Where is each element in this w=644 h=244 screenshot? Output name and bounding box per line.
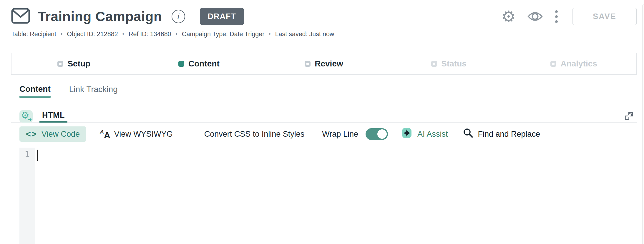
- info-icon[interactable]: i: [172, 10, 185, 23]
- arrow-glyph: ➜: [28, 116, 32, 123]
- ai-assist-label: AI Assist: [417, 130, 448, 139]
- header: Training Campaign i DRAFT ⚙ SAVE: [11, 6, 637, 26]
- ai-assist-button[interactable]: AI Assist: [402, 128, 448, 141]
- step-label: Content: [188, 59, 220, 68]
- content-tabs: Content Link Tracking: [19, 84, 118, 98]
- step-label: Review: [315, 59, 343, 68]
- step-label: Setup: [67, 59, 90, 68]
- bullet-separator: •: [269, 31, 270, 37]
- sparkle-icon: [402, 128, 411, 141]
- save-button[interactable]: SAVE: [572, 8, 637, 25]
- preview-eye-icon[interactable]: [527, 11, 543, 22]
- line-number: 1: [19, 148, 35, 159]
- tab-link-tracking[interactable]: Link Tracking: [69, 84, 118, 94]
- view-code-label: View Code: [42, 130, 80, 139]
- bullet-separator: •: [61, 31, 62, 37]
- meta-table: Table: Recipient: [11, 31, 56, 38]
- font-aa-icon: AA: [100, 129, 110, 140]
- code-brackets-icon: <>: [26, 129, 37, 139]
- scrollbar-edge[interactable]: [642, 4, 644, 244]
- step-square-icon: [431, 61, 437, 67]
- step-square-icon: [178, 61, 184, 67]
- step-label: Status: [441, 59, 467, 68]
- step-square-icon: [305, 61, 311, 67]
- settings-gear-icon[interactable]: ⚙: [500, 9, 517, 24]
- campaign-editor-page: Training Campaign i DRAFT ⚙ SAVE Table: …: [0, 0, 644, 244]
- view-wysiwyg-button[interactable]: AA View WYSIWYG: [100, 129, 173, 140]
- bullet-separator: •: [176, 31, 177, 37]
- dynamic-content-gear-icon[interactable]: ⚙ ➜: [19, 110, 33, 123]
- step-square-icon: [57, 61, 63, 67]
- find-replace-button[interactable]: Find and Replace: [463, 128, 540, 141]
- meta-object-id: Object ID: 212882: [67, 31, 118, 38]
- campaign-meta: Table: Recipient • Object ID: 212882 • R…: [11, 30, 334, 39]
- page-title: Training Campaign: [38, 9, 162, 24]
- status-badge: DRAFT: [200, 8, 244, 25]
- expand-fullscreen-icon[interactable]: [625, 111, 633, 120]
- meta-last-saved: Last saved: Just now: [275, 31, 334, 38]
- step-label: Analytics: [560, 59, 597, 68]
- meta-ref-id: Ref ID: 134680: [129, 31, 171, 38]
- tab-divider: [63, 84, 63, 98]
- step-analytics: Analytics: [511, 59, 636, 68]
- convert-css-button[interactable]: Convert CSS to Inline Styles: [204, 130, 305, 139]
- info-glyph: i: [177, 13, 180, 20]
- wrap-line-toggle[interactable]: [366, 128, 388, 140]
- wizard-stepbar: Setup Content Review Status Analytics: [11, 53, 637, 75]
- editor-toolbar: <> View Code AA View WYSIWYG Convert CSS…: [11, 126, 637, 142]
- toolbar-divider: [189, 127, 189, 141]
- header-actions: ⚙ SAVE: [500, 8, 637, 25]
- view-code-button[interactable]: <> View Code: [19, 126, 86, 142]
- meta-campaign-type: Campaign Type: Date Trigger: [182, 31, 264, 38]
- tab-html[interactable]: HTML: [39, 109, 67, 123]
- find-replace-label: Find and Replace: [478, 130, 540, 139]
- code-editor: 1: [11, 147, 637, 244]
- line-number-gutter: 1: [19, 148, 35, 244]
- toggle-knob: [377, 129, 387, 139]
- wrap-line-label: Wrap Line: [322, 130, 358, 139]
- step-square-icon: [550, 61, 556, 67]
- editor-tabbar: ⚙ ➜ HTML: [11, 108, 637, 123]
- bullet-separator: •: [122, 31, 124, 37]
- code-input-area[interactable]: [36, 147, 637, 244]
- step-review[interactable]: Review: [261, 59, 386, 68]
- wrap-line-group: Wrap Line: [322, 128, 388, 140]
- search-icon: [463, 128, 474, 141]
- view-wysiwyg-label: View WYSIWYG: [114, 130, 173, 139]
- step-content[interactable]: Content: [137, 59, 262, 68]
- mail-icon: [11, 8, 30, 25]
- tab-content[interactable]: Content: [19, 84, 51, 98]
- more-options-kebab-icon[interactable]: [554, 9, 559, 24]
- step-status: Status: [386, 59, 512, 68]
- step-setup[interactable]: Setup: [11, 59, 137, 68]
- text-cursor: [37, 150, 38, 161]
